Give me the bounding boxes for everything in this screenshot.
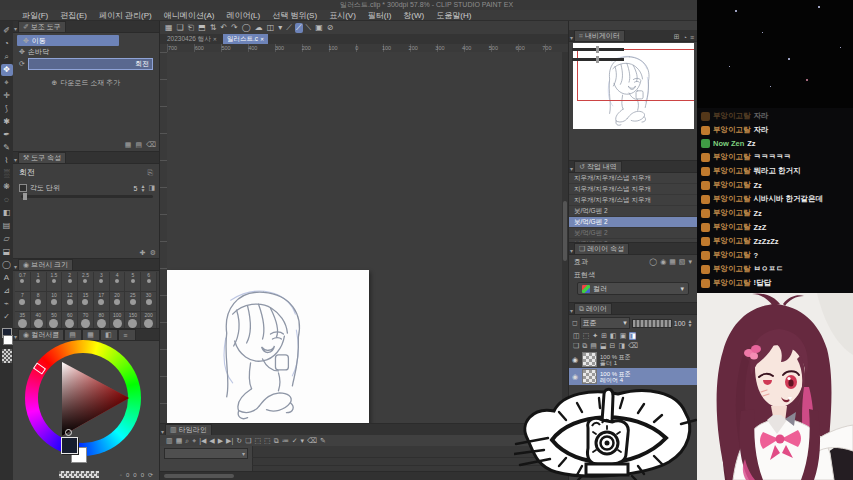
- tool-airbrush[interactable]: ░: [1, 168, 13, 180]
- brush-size-preset[interactable]: 1.5: [47, 272, 63, 292]
- tl-enable-icon[interactable]: ✓: [292, 437, 298, 445]
- close-icon[interactable]: ✕: [260, 36, 264, 42]
- tool-ruler[interactable]: ⊿: [1, 285, 13, 297]
- tool-move-hand[interactable]: ✥: [1, 64, 13, 76]
- tl-onion-next-icon[interactable]: ⬚: [264, 437, 271, 445]
- layer-lock-icon[interactable]: ⬚: [583, 332, 590, 340]
- angle-step-checkbox[interactable]: [19, 184, 27, 192]
- sv-marker[interactable]: [65, 429, 72, 436]
- new-layer-icon[interactable]: ❏: [573, 342, 579, 350]
- tool-eyedropper[interactable]: ◔: [1, 38, 13, 50]
- menu-item[interactable]: 페이지 관리(P): [93, 10, 158, 21]
- doc-tab-20230426[interactable]: 20230426 행사 ✕: [163, 34, 221, 44]
- effect-border-icon[interactable]: ◯: [649, 258, 657, 266]
- tool-text[interactable]: A: [1, 272, 13, 284]
- blend-mode-select[interactable]: 표준 ▾: [580, 317, 630, 329]
- tool-pen[interactable]: ✒: [1, 129, 13, 141]
- brush-size-preset[interactable]: 5: [125, 272, 141, 292]
- snap-grid-icon[interactable]: ⟍: [305, 23, 313, 33]
- brush-size-preset[interactable]: 8: [31, 292, 47, 312]
- layer-clip-icon[interactable]: ◫: [573, 332, 580, 340]
- tl-prev-frame-icon[interactable]: ◀: [209, 437, 214, 445]
- tool-auto-select[interactable]: ✱: [1, 116, 13, 128]
- brush-size-preset[interactable]: 80: [94, 312, 110, 329]
- brush-size-preset[interactable]: 4: [110, 272, 126, 292]
- menu-item[interactable]: 창(W): [397, 10, 430, 21]
- menu-item[interactable]: 선택 범위(S): [266, 10, 323, 21]
- sv-triangle[interactable]: [25, 340, 141, 456]
- brush-size-preset[interactable]: 70: [78, 312, 94, 329]
- nav-subview-icon[interactable]: ◔: [683, 34, 687, 41]
- add-setting-icon[interactable]: ✚: [140, 249, 146, 257]
- eye-icon[interactable]: ◉: [571, 373, 579, 381]
- brush-size-preset[interactable]: 50: [47, 312, 63, 329]
- timeline-scrollbar[interactable]: [160, 471, 568, 480]
- history-row[interactable]: 지우개/지우개/스냅 지우개: [569, 173, 697, 184]
- opacity-value[interactable]: 100: [674, 320, 686, 327]
- layers-header[interactable]: ▾ ⧉ 레이어: [569, 303, 697, 315]
- history-row[interactable]: 붓/먹/G펜 2: [569, 206, 697, 217]
- canvas-viewport[interactable]: [167, 52, 562, 424]
- brush-size-preset[interactable]: 20: [110, 292, 126, 312]
- tool-balloon[interactable]: ◯: [1, 259, 13, 271]
- brush-size-preset[interactable]: 60: [62, 312, 78, 329]
- detail-settings-icon[interactable]: ⚙: [150, 249, 156, 257]
- tool-transform[interactable]: ✛: [1, 90, 13, 102]
- doc-tab-illust[interactable]: 일러스트.c ✕: [223, 34, 268, 44]
- tool-zoom[interactable]: ⌖: [1, 77, 13, 89]
- brush-size-preset[interactable]: 1: [31, 272, 47, 292]
- brush-size-preset[interactable]: 15: [78, 292, 94, 312]
- color-mixing-tab[interactable]: ◧: [100, 329, 118, 340]
- history-row[interactable]: 지우개/지우개/스냅 지우개: [569, 195, 697, 206]
- tl-first-frame-icon[interactable]: |◀: [199, 437, 206, 445]
- transfer-layer-icon[interactable]: ⬓: [600, 342, 607, 350]
- layer-set-icon[interactable]: ▣: [620, 332, 627, 340]
- tool-pen-cursor[interactable]: ✐: [1, 25, 13, 37]
- brush-size-preset[interactable]: 2: [62, 272, 78, 292]
- value-stepper[interactable]: ▲▼: [140, 184, 145, 192]
- navigator-preview[interactable]: [573, 43, 694, 129]
- layer-property-header[interactable]: ▾ ❏ 레이어 속성: [569, 243, 697, 255]
- angle-step-slider[interactable]: [21, 195, 153, 198]
- brush-size-preset[interactable]: 3: [94, 272, 110, 292]
- tile-view-icon[interactable]: ▦: [125, 141, 132, 149]
- angle-step-value[interactable]: 5: [134, 185, 138, 192]
- tool-blend[interactable]: ◌: [1, 194, 13, 206]
- menu-item[interactable]: 편집(E): [54, 10, 93, 21]
- snap-off-icon[interactable]: ⊘: [326, 23, 335, 32]
- zoom-slider[interactable]: [572, 48, 624, 51]
- undo-icon[interactable]: ↶: [219, 23, 228, 32]
- workspace-grid-icon[interactable]: ▦: [164, 23, 174, 32]
- tool-frame[interactable]: ⬓: [1, 246, 13, 258]
- new-canvas-icon[interactable]: ❏: [176, 23, 185, 32]
- effect-more-icon[interactable]: ▾: [688, 258, 692, 266]
- menu-item[interactable]: 필터(I): [362, 10, 398, 21]
- tl-next-frame-icon[interactable]: ▶|: [226, 437, 233, 445]
- download-material-link[interactable]: ⊕ 다운로드 소재 추가: [13, 78, 159, 88]
- dropdown-icon[interactable]: ▾: [277, 23, 283, 32]
- navigator-header[interactable]: ▾ ⌗ 내비게이터 ⊞◔≡: [569, 30, 697, 42]
- transparent-color-swatch[interactable]: [2, 349, 12, 363]
- deselect-icon[interactable]: ◯: [241, 23, 252, 32]
- opacity-stepper[interactable]: ▲▼: [688, 319, 693, 327]
- tl-settings-icon[interactable]: ▦: [176, 437, 183, 445]
- menu-item[interactable]: 도움말(H): [430, 10, 477, 21]
- effect-tone-icon[interactable]: ◉: [660, 258, 666, 266]
- menu-item[interactable]: 애니메이션(A): [158, 10, 221, 21]
- tool-pencil[interactable]: ✎: [1, 142, 13, 154]
- history-row[interactable]: 붓/먹/G펜 2: [569, 217, 697, 228]
- tl-loop-icon[interactable]: ↻: [236, 437, 242, 445]
- tool-figure[interactable]: ▱: [1, 233, 13, 245]
- expression-color-select[interactable]: 컬러 ▾: [577, 282, 689, 295]
- brush-size-preset[interactable]: 7: [15, 292, 31, 312]
- layer-palette-icon[interactable]: ◨: [629, 332, 636, 340]
- snap-ruler-icon[interactable]: ⟋: [285, 23, 293, 33]
- nav-menu-icon[interactable]: ≡: [690, 34, 694, 41]
- rotate-slider[interactable]: [572, 58, 624, 61]
- brush-size-preset[interactable]: 12: [62, 292, 78, 312]
- foreground-color-well[interactable]: [61, 437, 78, 454]
- tool-property-header[interactable]: ▾ ⚒ 도구 속성: [13, 152, 159, 164]
- list-view-icon[interactable]: ▤: [135, 141, 142, 149]
- brush-size-header[interactable]: ▾ ◉ 브러시 크기: [13, 259, 159, 271]
- tl-delete-icon[interactable]: ⌫: [307, 437, 317, 445]
